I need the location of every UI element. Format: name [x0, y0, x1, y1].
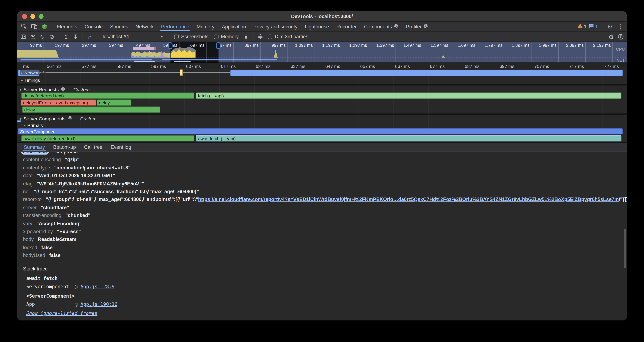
- group-header-server-requests[interactable]: ▾Server Requests— Custom: [17, 86, 627, 92]
- track-row[interactable]: delay: [17, 106, 627, 113]
- tab-label: Profiler: [406, 24, 422, 29]
- tab-console[interactable]: Console: [81, 22, 106, 31]
- flame-bar[interactable]: ServerComponent: [18, 128, 622, 135]
- flame-bar[interactable]: delay: [22, 106, 160, 113]
- tab-event-log[interactable]: Event log: [106, 143, 135, 151]
- detail-row: nel"{\"report_to\":\"cf-nel\",\"success_…: [23, 188, 627, 196]
- overview-gridline: [531, 42, 532, 63]
- tab-privacy-and-security[interactable]: Privacy and security: [250, 22, 301, 31]
- memory-checkbox[interactable]: Memory: [212, 34, 241, 40]
- screenshots-checkbox[interactable]: Screenshots: [172, 34, 210, 40]
- tab-profiler[interactable]: Profiler: [402, 22, 432, 31]
- network-bar[interactable]: [230, 70, 622, 76]
- help-icon[interactable]: ?: [616, 33, 625, 41]
- flame-bar[interactable]: fetch (…/api): [196, 93, 621, 99]
- issues-badge[interactable]: 1: [589, 24, 598, 30]
- save-profile-icon[interactable]: ↧: [72, 33, 80, 41]
- clear-recording-icon[interactable]: ⊘: [48, 33, 56, 41]
- report-url-link[interactable]: https://a.nel.cloudflare.com/report/v4?s…: [198, 197, 619, 202]
- track-row[interactable]: delayedError (…ayed exception)delay: [17, 100, 627, 106]
- close-window-button[interactable]: [22, 14, 27, 19]
- drag-grip-icon[interactable]: [43, 71, 44, 75]
- tab-network[interactable]: Network: [132, 22, 157, 31]
- tab-summary[interactable]: Summary: [20, 143, 49, 151]
- track-row[interactable]: delay (deferred text)fetch (…/api): [17, 93, 627, 100]
- tab-performance[interactable]: Performance: [157, 22, 193, 31]
- tab-elements[interactable]: Elements: [53, 22, 81, 31]
- stack-frame-source-link[interactable]: App.js:128:9: [80, 284, 114, 290]
- dim-3rd-parties-checkbox[interactable]: Dim 3rd parties: [266, 34, 310, 40]
- detail-row: x-powered-by"Express": [23, 228, 627, 236]
- track-separator: [17, 113, 627, 115]
- tab-call-tree[interactable]: Call tree: [80, 143, 107, 151]
- collect-garbage-brush-icon[interactable]: [242, 33, 250, 41]
- detail-row: date"Wed, 01 Oct 2025 18:32:01 GMT": [23, 172, 627, 180]
- ruler-tick-label: 667 ms: [395, 64, 410, 69]
- detail-value: "chunked": [66, 213, 90, 218]
- load-profile-icon[interactable]: ↥: [62, 33, 70, 41]
- detail-key: content-type: [23, 165, 50, 171]
- show-ignore-listed-frames-link[interactable]: Show ignore-listed frames: [26, 310, 98, 316]
- track-row[interactable]: ServerComponent: [17, 128, 627, 135]
- net-lane-label: NET: [616, 58, 625, 63]
- react-atom-icon: [394, 24, 399, 29]
- capture-settings-gear-icon[interactable]: ⚙: [607, 33, 615, 41]
- flame-bar[interactable]: await delay (deferred text): [22, 135, 194, 142]
- detail-value: "Express": [57, 229, 81, 234]
- track-label-timings[interactable]: ▸Timings: [20, 78, 41, 83]
- record-and-reload-icon[interactable]: ↻: [38, 33, 46, 41]
- stack-frame-source-link[interactable]: App.js:190:16: [80, 301, 118, 307]
- detail-value: "Accept-Encoding": [36, 221, 82, 226]
- expander-arrow-icon[interactable]: ▸: [21, 78, 23, 82]
- track-label-network[interactable]: ▸Network: [20, 70, 45, 75]
- track-label-text: Network: [24, 70, 41, 75]
- track-row: ▾Server Requests— Custom: [17, 86, 627, 93]
- expander-arrow-icon[interactable]: ▸: [21, 71, 23, 75]
- nodejs-icon[interactable]: [40, 22, 48, 31]
- network-marker[interactable]: [180, 70, 183, 76]
- tab-lighthouse[interactable]: Lighthouse: [301, 22, 332, 31]
- message-bubble-icon: [589, 24, 594, 30]
- detail-value: "cloudflare": [41, 205, 69, 210]
- selection-left-handle[interactable]: [168, 42, 172, 49]
- group-header-primary[interactable]: ▾Primary: [17, 122, 627, 128]
- details-scrollbar[interactable]: [624, 229, 626, 268]
- group-header-server-components[interactable]: ▾Server Components— Custom: [17, 115, 627, 121]
- tab-application[interactable]: Application: [218, 22, 250, 31]
- flame-bar[interactable]: await fetch (…/api): [196, 135, 621, 142]
- expander-arrow-icon[interactable]: ▾: [20, 87, 22, 92]
- record-icon[interactable]: [29, 33, 37, 41]
- selection-right-handle[interactable]: [216, 42, 220, 49]
- warning-count: 1: [584, 24, 587, 29]
- flame-bar[interactable]: delay: [97, 100, 132, 106]
- ruler-tick-label: 657 ms: [360, 64, 375, 69]
- tab-bottom-up[interactable]: Bottom-up: [49, 143, 80, 151]
- issues-count: 1: [595, 24, 598, 29]
- track-row[interactable]: await delay (deferred text)await fetch (…: [17, 135, 627, 142]
- stack-frame: App@ App.js:190:16: [26, 301, 627, 307]
- minimize-window-button[interactable]: [30, 14, 35, 19]
- flame-bar[interactable]: delayedError (…ayed exception): [21, 100, 96, 106]
- tab-components[interactable]: Components: [360, 22, 402, 31]
- more-options-kebab-icon[interactable]: ⋮: [616, 22, 624, 31]
- toggle-sidebar-icon[interactable]: [19, 33, 28, 41]
- device-toolbar-icon[interactable]: [30, 22, 38, 31]
- tab-recorder[interactable]: Recorder: [332, 22, 360, 31]
- tab-memory[interactable]: Memory: [193, 22, 218, 31]
- flame-chart-tracks[interactable]: ▸Network▸Timings▾Server Requests— Custom…: [17, 70, 627, 142]
- inspect-element-icon[interactable]: [20, 22, 28, 31]
- stack-frame-at: @: [75, 284, 80, 290]
- flame-bar[interactable]: delay (deferred text): [22, 93, 194, 99]
- tab-sources[interactable]: Sources: [106, 22, 132, 31]
- network-bar[interactable]: [40, 72, 230, 73]
- settings-gear-icon[interactable]: ⚙: [606, 22, 614, 31]
- group-suffix-text: — Custom: [74, 116, 96, 121]
- expander-arrow-icon[interactable]: ▾: [20, 117, 22, 121]
- timeline-overview[interactable]: 97 ms197 ms297 ms397 ms497 ms597 ms697 m…: [17, 42, 627, 63]
- history-dropdown[interactable]: localhost #4 ▼: [100, 34, 166, 40]
- zoom-window-button[interactable]: [39, 14, 44, 19]
- expander-arrow-icon[interactable]: ▾: [24, 123, 25, 128]
- home-icon[interactable]: ⌂: [86, 33, 94, 41]
- collapse-tracks-icon[interactable]: [256, 33, 264, 41]
- warnings-badge[interactable]: 1: [577, 24, 587, 30]
